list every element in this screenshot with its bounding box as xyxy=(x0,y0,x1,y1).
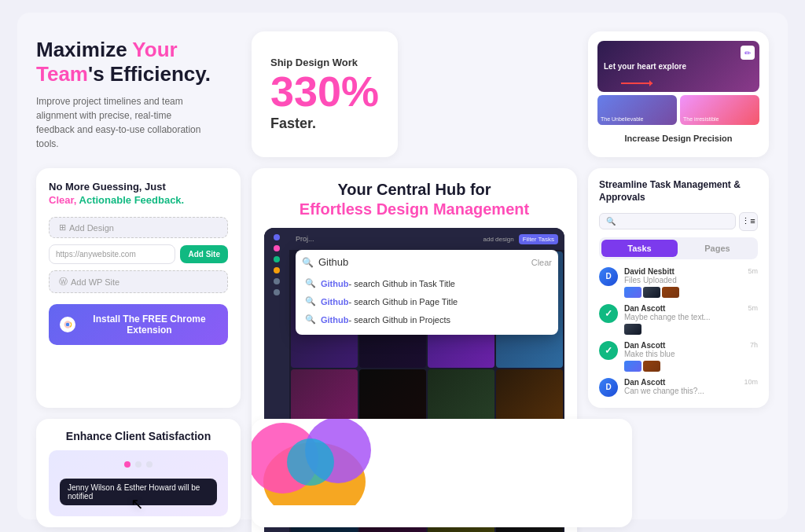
task-content-4: Dan Ascott Can we change this?... xyxy=(624,378,737,395)
task-time-3: 7h xyxy=(750,341,758,349)
task-thumb-3 xyxy=(624,361,744,372)
guessing-actionable: Actionable Feedback. xyxy=(79,194,185,206)
ship-percent: 330% xyxy=(270,70,379,112)
thumb-img-5 xyxy=(624,361,641,372)
filter-icon[interactable]: ⋮≡ xyxy=(739,212,758,231)
task-name-4: Dan Ascott xyxy=(624,378,737,387)
task-time-2: 5m xyxy=(748,304,758,312)
enhance-dot-1 xyxy=(124,461,130,468)
chrome-extension-button[interactable]: Install The FREE Chrome Extension xyxy=(49,304,228,345)
search-icon: 🔍 xyxy=(302,257,314,268)
task-thumb-1 xyxy=(624,287,741,298)
thumb-img-4 xyxy=(624,324,641,335)
guessing-subtitle: Clear, Actionable Feedback. xyxy=(49,194,228,206)
url-row: https://anywebsite.com Add Site xyxy=(49,244,228,264)
add-wp-row: Ⓦ Add WP Site xyxy=(49,270,228,293)
add-design-button[interactable]: ⊞ Add Design xyxy=(49,217,228,238)
result-text-2: Github- search Github in Page Title xyxy=(321,297,458,306)
hero-section: Maximize Your Team's Efficiency. Improve… xyxy=(36,31,241,157)
enhance-dots-row xyxy=(124,461,153,468)
search-result-3[interactable]: 🔍 Github- search Github in Projects xyxy=(302,310,552,328)
search-filter-row: 🔍 ⋮≡ xyxy=(599,212,758,231)
search-bar: 🔍 Github Clear xyxy=(302,256,552,268)
tab-tasks[interactable]: Tasks xyxy=(601,240,678,257)
task-list: D David Nesbitt Files Uploaded 5m ✓ Dan … xyxy=(599,267,758,397)
precision-main-text: Let your heart explore xyxy=(604,62,686,71)
task-avatar-4: D xyxy=(599,378,618,397)
plus-icon: ⊞ xyxy=(59,222,66,233)
sidebar-dot-2 xyxy=(274,245,280,251)
result-text-3: Github- search Github in Projects xyxy=(321,315,450,325)
ship-label: Ship Design Work xyxy=(270,57,358,68)
hero-description: Improve project timelines and team align… xyxy=(36,94,209,151)
task-name-3: Dan Ascott xyxy=(624,341,744,350)
ship-design-card: Ship Design Work 330% Faster. xyxy=(252,31,398,157)
mini-search-icon: 🔍 xyxy=(606,217,616,226)
enhance-content: Enhance Client Satisfaction Jenny Wilson… xyxy=(49,430,228,516)
add-wp-button[interactable]: Ⓦ Add WP Site xyxy=(49,270,228,293)
enhance-dot-2 xyxy=(135,461,142,468)
thumb-img-6 xyxy=(643,361,660,372)
enhance-title: Enhance Client Satisfaction xyxy=(49,430,228,442)
hub-header: Proj... add design Filter Tasks xyxy=(289,228,564,250)
add-site-button[interactable]: Add Site xyxy=(180,245,228,263)
edit-icon: ✏ xyxy=(741,46,755,60)
enhance-dot-3 xyxy=(146,461,153,468)
add-wp-label: Add WP Site xyxy=(71,277,119,287)
task-avatar-1: D xyxy=(599,267,618,286)
sidebar-dot-1 xyxy=(274,234,280,240)
guessing-card: No More Guessing, Just Clear, Actionable… xyxy=(36,168,241,407)
chrome-button-label: Install The FREE Chrome Extension xyxy=(82,314,217,336)
task-thumb-2 xyxy=(624,324,741,335)
guessing-title: No More Guessing, Just xyxy=(49,181,228,193)
task-time-4: 10m xyxy=(744,378,758,386)
precision-arrow xyxy=(621,83,652,84)
task-desc-1: Files Uploaded xyxy=(624,276,741,284)
tab-pages[interactable]: Pages xyxy=(679,240,755,257)
enhance-card: Enhance Client Satisfaction Jenny Wilson… xyxy=(36,419,241,527)
precision-images: Let your heart explore ✏ The Unbelievabl… xyxy=(597,41,759,127)
sidebar-dot-3 xyxy=(274,256,280,262)
add-design-label: Add Design xyxy=(69,223,114,233)
search-result-2[interactable]: 🔍 Github- search Github in Page Title xyxy=(302,292,552,310)
search-result-1[interactable]: 🔍 Github- search Github in Task Title xyxy=(302,274,552,292)
precision-thumbs: The Unbelievable The irresistible xyxy=(597,95,759,127)
streamline-card: Streamline Task Management & Approvals 🔍… xyxy=(588,168,769,407)
result-text-1: Github- search Github in Task Title xyxy=(321,279,455,288)
sidebar-dot-6 xyxy=(274,289,280,295)
precision-thumb-2: The irresistible xyxy=(680,95,759,125)
task-name-2: Dan Ascott xyxy=(624,304,741,313)
task-content-1: David Nesbitt Files Uploaded xyxy=(624,267,741,298)
hero-title-rest: 's Efficiency. xyxy=(88,62,211,86)
enhance-visual: Jenny Wilson & Esther Howard will be not… xyxy=(49,450,228,516)
wp-icon: Ⓦ xyxy=(59,276,68,288)
precision-thumb-1: The Unbelievable xyxy=(597,95,677,125)
search-text: Github xyxy=(318,256,527,268)
search-result-icon-1: 🔍 xyxy=(305,278,316,288)
thumb-img-1 xyxy=(624,287,641,298)
cursor-area: Jenny Wilson & Esther Howard will be not… xyxy=(60,479,217,505)
svg-point-12 xyxy=(287,438,334,486)
thumb2-label: The irresistible xyxy=(683,116,719,122)
tabs-row: Tasks Pages xyxy=(599,237,758,259)
mini-search[interactable]: 🔍 xyxy=(599,213,736,229)
bottom-row: t. t. Optimize Workflows Efficiency xyxy=(36,419,769,532)
hub-title: Your Central Hub for xyxy=(337,181,491,199)
task-avatar-3: ✓ xyxy=(599,341,618,360)
task-desc-4: Can we change this?... xyxy=(624,387,737,395)
cursor-pointer: ↖ xyxy=(130,494,144,513)
url-input[interactable]: https://anywebsite.com xyxy=(49,244,175,264)
add-design-row: ⊞ Add Design xyxy=(49,217,228,238)
hub-subtitle: Effortless Design Management xyxy=(300,200,529,218)
task-time-1: 5m xyxy=(748,267,758,275)
blobs-svg xyxy=(252,419,377,505)
task-avatar-2: ✓ xyxy=(599,304,618,323)
ship-faster: Faster. xyxy=(270,116,316,132)
precision-card: Let your heart explore ✏ The Unbelievabl… xyxy=(588,31,769,157)
precision-title: Increase Design Precision xyxy=(597,134,759,143)
task-content-2: Dan Ascott Maybe change the text... xyxy=(624,304,741,335)
task-name-1: David Nesbitt xyxy=(624,267,741,276)
search-result-icon-2: 🔍 xyxy=(305,296,316,306)
clear-button[interactable]: Clear xyxy=(531,258,552,267)
streamline-title: Streamline Task Management & Approvals xyxy=(599,179,758,204)
